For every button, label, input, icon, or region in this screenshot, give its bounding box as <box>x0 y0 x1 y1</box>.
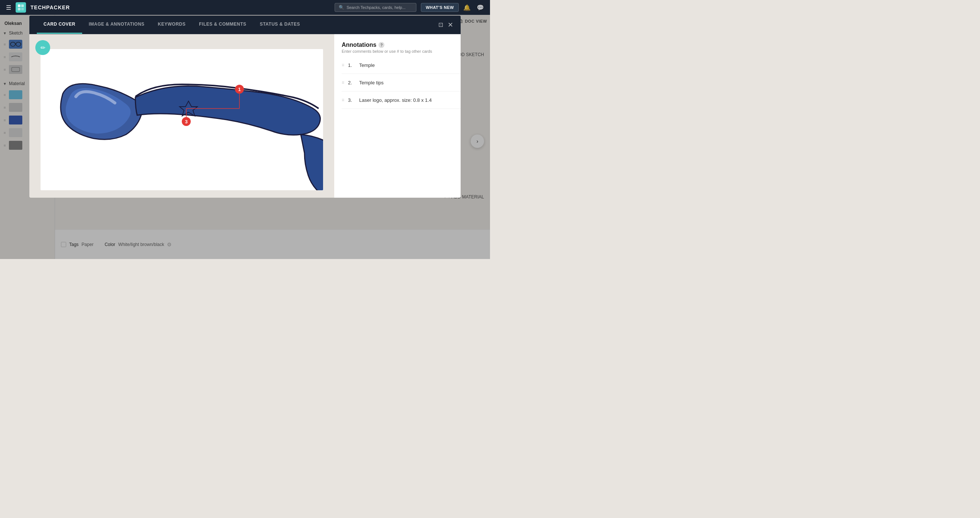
image-container: 1 2 3 <box>41 49 323 190</box>
modal-tabs: CARD COVER IMAGE & ANNOTATIONS KEYWORDS … <box>29 16 461 34</box>
search-icon: 🔍 <box>339 5 344 10</box>
logo-mark <box>16 2 26 13</box>
annotations-header: Annotations ? Enter comments below or us… <box>342 41 461 54</box>
app-title: TECHPACKER <box>30 5 70 10</box>
glasses-illustration: 1 2 3 <box>41 49 323 190</box>
svg-rect-3 <box>21 8 24 10</box>
annotations-subtitle: Enter comments below or use # to tag oth… <box>342 49 432 54</box>
annotation-number: 3. <box>348 97 355 103</box>
svg-rect-2 <box>18 8 21 10</box>
annotation-number: 1. <box>348 62 355 68</box>
annotation-item-1: ≡ 1. Temple ⋮ <box>342 57 461 74</box>
tab-files-comments[interactable]: FILES & COMMENTS <box>192 16 253 34</box>
top-bar: ☰ TECHPACKER 🔍 Search Techpacks, cards, … <box>0 0 490 15</box>
expand-button[interactable]: ⊡ <box>438 21 443 28</box>
top-bar-icons: 🔔 💬 <box>463 4 484 11</box>
search-bar[interactable]: 🔍 Search Techpacks, cards, help... <box>335 3 417 12</box>
svg-text:1: 1 <box>238 87 240 92</box>
annotation-item-3: ≡ 3. Laser logo, approx. size: 0.8 x 1.4… <box>342 91 461 109</box>
tab-image-annotations[interactable]: IMAGE & ANNOTATIONS <box>82 16 151 34</box>
modal-body: ✏ <box>29 34 461 198</box>
menu-icon[interactable]: ☰ <box>6 4 11 11</box>
tab-card-cover[interactable]: CARD COVER <box>37 16 82 34</box>
annotations-title: Annotations ? <box>342 41 432 48</box>
modal-actions: ⊡ ✕ <box>438 21 453 29</box>
tab-keywords[interactable]: KEYWORDS <box>151 16 192 34</box>
svg-text:3: 3 <box>185 119 188 124</box>
drag-handle-icon: ≡ <box>342 97 344 103</box>
image-area: ✏ <box>29 34 334 198</box>
notification-icon[interactable]: 🔔 <box>463 4 471 11</box>
annotation-number: 2. <box>348 80 355 86</box>
modal: CARD COVER IMAGE & ANNOTATIONS KEYWORDS … <box>29 16 461 198</box>
modal-overlay: CARD COVER IMAGE & ANNOTATIONS KEYWORDS … <box>0 15 490 259</box>
main-layout: Oleksan ▼ Sketch ≡ <box>0 15 490 259</box>
tab-status-dates[interactable]: STATUS & DATES <box>253 16 307 34</box>
annotations-title-text: Annotations <box>342 41 376 48</box>
annotation-item-2: ≡ 2. Temple tips ⋮ <box>342 74 461 91</box>
drag-handle-icon: ≡ <box>342 80 344 85</box>
info-icon[interactable]: ? <box>379 42 384 48</box>
annotation-text: Temple <box>359 62 458 68</box>
whats-new-button[interactable]: WHAT'S NEW <box>421 3 459 12</box>
drag-handle-icon: ≡ <box>342 62 344 68</box>
edit-button[interactable]: ✏ <box>35 40 50 55</box>
messages-icon[interactable]: 💬 <box>477 4 484 11</box>
search-placeholder: Search Techpacks, cards, help... <box>347 5 406 10</box>
annotation-text: Temple tips <box>359 80 458 86</box>
annotation-text: Laser logo, approx. size: 0.8 x 1.4 <box>359 97 458 103</box>
pencil-icon: ✏ <box>41 44 45 51</box>
annotations-panel: Annotations ? Enter comments below or us… <box>334 34 461 198</box>
svg-rect-0 <box>18 5 21 7</box>
svg-rect-1 <box>21 5 24 7</box>
close-button[interactable]: ✕ <box>448 21 453 29</box>
